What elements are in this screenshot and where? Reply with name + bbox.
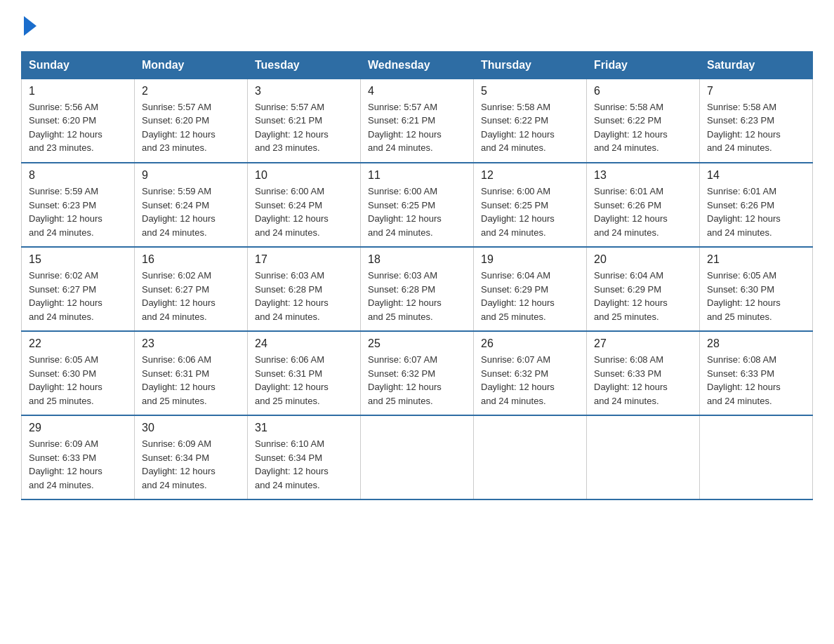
calendar-cell: 6 Sunrise: 5:58 AM Sunset: 6:22 PM Dayli… (587, 79, 700, 163)
day-info: Sunrise: 5:57 AM Sunset: 6:20 PM Dayligh… (142, 100, 240, 155)
day-info: Sunrise: 6:06 AM Sunset: 6:31 PM Dayligh… (255, 353, 353, 408)
day-number: 30 (142, 422, 240, 434)
header-saturday: Saturday (700, 51, 813, 79)
day-info: Sunrise: 5:59 AM Sunset: 6:23 PM Dayligh… (29, 185, 127, 239)
calendar-cell: 29 Sunrise: 6:09 AM Sunset: 6:33 PM Dayl… (22, 415, 135, 499)
day-info: Sunrise: 6:03 AM Sunset: 6:28 PM Dayligh… (255, 269, 353, 323)
calendar-cell: 26 Sunrise: 6:07 AM Sunset: 6:32 PM Dayl… (474, 331, 587, 415)
day-number: 17 (255, 253, 353, 266)
day-number: 5 (481, 85, 579, 98)
calendar-cell: 12 Sunrise: 6:00 AM Sunset: 6:25 PM Dayl… (474, 163, 587, 247)
calendar-cell: 10 Sunrise: 6:00 AM Sunset: 6:24 PM Dayl… (248, 163, 361, 247)
calendar-cell: 20 Sunrise: 6:04 AM Sunset: 6:29 PM Dayl… (587, 247, 700, 331)
day-info: Sunrise: 6:07 AM Sunset: 6:32 PM Dayligh… (368, 353, 466, 408)
calendar-cell: 28 Sunrise: 6:08 AM Sunset: 6:33 PM Dayl… (700, 331, 813, 415)
day-number: 31 (255, 422, 353, 434)
day-info: Sunrise: 6:08 AM Sunset: 6:33 PM Dayligh… (594, 353, 692, 408)
calendar-cell: 22 Sunrise: 6:05 AM Sunset: 6:30 PM Dayl… (22, 331, 135, 415)
day-info: Sunrise: 6:05 AM Sunset: 6:30 PM Dayligh… (707, 269, 805, 323)
day-number: 3 (255, 85, 353, 98)
logo (21, 14, 37, 37)
calendar-cell: 23 Sunrise: 6:06 AM Sunset: 6:31 PM Dayl… (135, 331, 248, 415)
day-number: 9 (142, 169, 240, 182)
calendar-cell: 18 Sunrise: 6:03 AM Sunset: 6:28 PM Dayl… (361, 247, 474, 331)
day-number: 20 (594, 253, 692, 266)
day-number: 29 (29, 422, 127, 434)
header-wednesday: Wednesday (361, 51, 474, 79)
day-number: 25 (368, 337, 466, 350)
day-info: Sunrise: 6:04 AM Sunset: 6:29 PM Dayligh… (594, 269, 692, 323)
day-number: 8 (29, 169, 127, 182)
day-info: Sunrise: 5:58 AM Sunset: 6:22 PM Dayligh… (594, 100, 692, 155)
day-number: 16 (142, 253, 240, 266)
day-number: 24 (255, 337, 353, 350)
calendar-cell: 17 Sunrise: 6:03 AM Sunset: 6:28 PM Dayl… (248, 247, 361, 331)
calendar-cell: 15 Sunrise: 6:02 AM Sunset: 6:27 PM Dayl… (22, 247, 135, 331)
calendar-week-5: 29 Sunrise: 6:09 AM Sunset: 6:33 PM Dayl… (22, 415, 813, 499)
calendar-cell: 8 Sunrise: 5:59 AM Sunset: 6:23 PM Dayli… (22, 163, 135, 247)
calendar-cell: 16 Sunrise: 6:02 AM Sunset: 6:27 PM Dayl… (135, 247, 248, 331)
day-info: Sunrise: 5:58 AM Sunset: 6:22 PM Dayligh… (481, 100, 579, 155)
calendar-week-1: 1 Sunrise: 5:56 AM Sunset: 6:20 PM Dayli… (22, 79, 813, 163)
day-number: 28 (707, 337, 805, 350)
header-tuesday: Tuesday (248, 51, 361, 79)
day-number: 23 (142, 337, 240, 350)
calendar-cell: 14 Sunrise: 6:01 AM Sunset: 6:26 PM Dayl… (700, 163, 813, 247)
calendar-cell (587, 415, 700, 499)
day-info: Sunrise: 5:57 AM Sunset: 6:21 PM Dayligh… (255, 100, 353, 155)
calendar-cell: 9 Sunrise: 5:59 AM Sunset: 6:24 PM Dayli… (135, 163, 248, 247)
day-info: Sunrise: 6:00 AM Sunset: 6:24 PM Dayligh… (255, 185, 353, 239)
day-number: 21 (707, 253, 805, 266)
day-info: Sunrise: 6:02 AM Sunset: 6:27 PM Dayligh… (142, 269, 240, 323)
header-row: Sunday Monday Tuesday Wednesday Thursday… (22, 51, 813, 79)
calendar-cell: 25 Sunrise: 6:07 AM Sunset: 6:32 PM Dayl… (361, 331, 474, 415)
calendar-cell: 7 Sunrise: 5:58 AM Sunset: 6:23 PM Dayli… (700, 79, 813, 163)
calendar-body: 1 Sunrise: 5:56 AM Sunset: 6:20 PM Dayli… (22, 79, 813, 499)
calendar-table: Sunday Monday Tuesday Wednesday Thursday… (21, 51, 813, 501)
day-info: Sunrise: 6:07 AM Sunset: 6:32 PM Dayligh… (481, 353, 579, 408)
day-number: 19 (481, 253, 579, 266)
day-info: Sunrise: 6:01 AM Sunset: 6:26 PM Dayligh… (707, 185, 805, 239)
calendar-cell (700, 415, 813, 499)
day-info: Sunrise: 5:59 AM Sunset: 6:24 PM Dayligh… (142, 185, 240, 239)
day-number: 27 (594, 337, 692, 350)
calendar-week-3: 15 Sunrise: 6:02 AM Sunset: 6:27 PM Dayl… (22, 247, 813, 331)
calendar-cell: 31 Sunrise: 6:10 AM Sunset: 6:34 PM Dayl… (248, 415, 361, 499)
day-info: Sunrise: 6:06 AM Sunset: 6:31 PM Dayligh… (142, 353, 240, 408)
day-number: 14 (707, 169, 805, 182)
calendar-cell: 19 Sunrise: 6:04 AM Sunset: 6:29 PM Dayl… (474, 247, 587, 331)
day-info: Sunrise: 6:10 AM Sunset: 6:34 PM Dayligh… (255, 437, 353, 492)
day-info: Sunrise: 6:09 AM Sunset: 6:34 PM Dayligh… (142, 437, 240, 492)
day-info: Sunrise: 6:00 AM Sunset: 6:25 PM Dayligh… (368, 185, 466, 239)
day-info: Sunrise: 6:04 AM Sunset: 6:29 PM Dayligh… (481, 269, 579, 323)
day-number: 4 (368, 85, 466, 98)
day-number: 10 (255, 169, 353, 182)
day-info: Sunrise: 5:57 AM Sunset: 6:21 PM Dayligh… (368, 100, 466, 155)
calendar-cell: 27 Sunrise: 6:08 AM Sunset: 6:33 PM Dayl… (587, 331, 700, 415)
day-number: 6 (594, 85, 692, 98)
day-info: Sunrise: 6:02 AM Sunset: 6:27 PM Dayligh… (29, 269, 127, 323)
day-number: 13 (594, 169, 692, 182)
day-info: Sunrise: 5:56 AM Sunset: 6:20 PM Dayligh… (29, 100, 127, 155)
calendar-header: Sunday Monday Tuesday Wednesday Thursday… (22, 51, 813, 79)
header-friday: Friday (587, 51, 700, 79)
page-header (21, 14, 813, 37)
day-number: 2 (142, 85, 240, 98)
day-number: 18 (368, 253, 466, 266)
day-number: 11 (368, 169, 466, 182)
day-number: 1 (29, 85, 127, 98)
calendar-cell: 13 Sunrise: 6:01 AM Sunset: 6:26 PM Dayl… (587, 163, 700, 247)
day-info: Sunrise: 6:08 AM Sunset: 6:33 PM Dayligh… (707, 353, 805, 408)
calendar-cell: 1 Sunrise: 5:56 AM Sunset: 6:20 PM Dayli… (22, 79, 135, 163)
day-info: Sunrise: 6:09 AM Sunset: 6:33 PM Dayligh… (29, 437, 127, 492)
calendar-cell: 30 Sunrise: 6:09 AM Sunset: 6:34 PM Dayl… (135, 415, 248, 499)
calendar-week-2: 8 Sunrise: 5:59 AM Sunset: 6:23 PM Dayli… (22, 163, 813, 247)
header-thursday: Thursday (474, 51, 587, 79)
calendar-cell: 5 Sunrise: 5:58 AM Sunset: 6:22 PM Dayli… (474, 79, 587, 163)
calendar-week-4: 22 Sunrise: 6:05 AM Sunset: 6:30 PM Dayl… (22, 331, 813, 415)
day-number: 7 (707, 85, 805, 98)
day-info: Sunrise: 5:58 AM Sunset: 6:23 PM Dayligh… (707, 100, 805, 155)
calendar-cell: 21 Sunrise: 6:05 AM Sunset: 6:30 PM Dayl… (700, 247, 813, 331)
calendar-cell: 4 Sunrise: 5:57 AM Sunset: 6:21 PM Dayli… (361, 79, 474, 163)
header-monday: Monday (135, 51, 248, 79)
